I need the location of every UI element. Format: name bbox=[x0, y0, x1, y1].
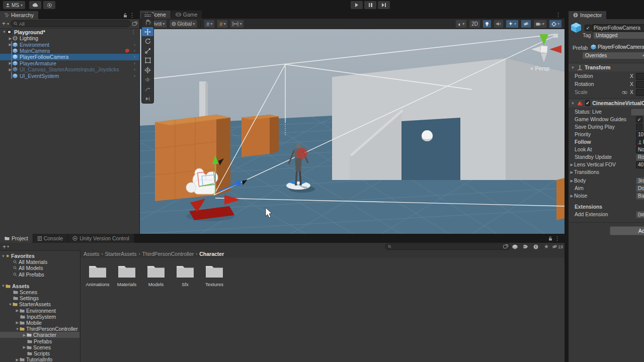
package-filter-icon[interactable] bbox=[512, 244, 518, 249]
lens-fov-field[interactable]: 40 bbox=[636, 161, 644, 168]
star-filter-icon[interactable]: ★ bbox=[544, 243, 549, 250]
tree-mobile[interactable]: ▶ Mobile bbox=[0, 320, 79, 326]
folder-animations[interactable]: Animations bbox=[84, 264, 112, 287]
lighting-toggle[interactable] bbox=[482, 20, 492, 28]
effects-dropdown[interactable]: ▾ bbox=[506, 20, 519, 28]
add-asset-caret[interactable]: ▾ bbox=[7, 244, 9, 249]
folder-textures[interactable]: Textures bbox=[200, 264, 228, 287]
lock-icon[interactable] bbox=[123, 13, 127, 19]
tree-environment[interactable]: ▶ Environment bbox=[0, 308, 79, 314]
tree-all-prefabs[interactable]: All Prefabs bbox=[0, 272, 79, 278]
breadcrumb-assets[interactable]: Assets bbox=[84, 251, 100, 257]
account-button[interactable]: MS ▾ bbox=[3, 1, 25, 9]
persp-label[interactable]: < Persp bbox=[530, 65, 549, 71]
hierarchy-search-input[interactable]: All bbox=[11, 20, 131, 27]
look-at-field[interactable]: No bbox=[636, 146, 644, 153]
folder-models[interactable]: Models bbox=[142, 264, 170, 287]
project-menu-icon[interactable]: ⋮ bbox=[554, 236, 560, 241]
scene-menu-icon[interactable]: ⋮ bbox=[555, 12, 561, 17]
gameobject-name-field[interactable]: PlayerFollowCamera bbox=[592, 24, 644, 32]
breadcrumb-character[interactable]: Character bbox=[199, 251, 224, 257]
chevron-right-icon[interactable]: › bbox=[134, 48, 135, 53]
add-asset-button[interactable]: + bbox=[3, 243, 6, 250]
tree-all-models[interactable]: All Models bbox=[0, 265, 79, 271]
2d-toggle[interactable]: 2D bbox=[469, 20, 480, 28]
chevron-right-icon[interactable]: › bbox=[134, 61, 135, 66]
available-custom-tool[interactable] bbox=[142, 75, 153, 84]
scale-x-field[interactable] bbox=[636, 89, 644, 96]
breadcrumb-starterassets[interactable]: StarterAssets bbox=[105, 251, 137, 257]
component-tool-2[interactable] bbox=[142, 94, 153, 103]
follow-field[interactable]: P bbox=[636, 139, 644, 146]
cinemachine-header[interactable]: ▼ ✓ CinemachineVirtualCame bbox=[569, 99, 644, 107]
body-dropdown[interactable]: 3rd bbox=[636, 177, 644, 185]
tab-game[interactable]: Game bbox=[171, 11, 203, 19]
aim-dropdown[interactable]: Do bbox=[636, 185, 644, 192]
play-button[interactable] bbox=[351, 1, 363, 9]
link-icon[interactable] bbox=[622, 90, 627, 95]
foldout-closed-icon[interactable]: ▶ bbox=[570, 162, 574, 167]
component-enabled-checkbox[interactable]: ✓ bbox=[585, 100, 590, 106]
hierarchy-menu-icon[interactable]: ⋮ bbox=[129, 13, 135, 18]
chevron-right-icon[interactable]: › bbox=[134, 67, 135, 72]
component-tool-1[interactable] bbox=[142, 84, 153, 94]
standby-dropdown[interactable]: Ro bbox=[636, 154, 644, 161]
hidden-objects-toggle[interactable] bbox=[521, 20, 531, 28]
foldout-closed-icon[interactable]: ▶ bbox=[570, 178, 574, 183]
priority-field[interactable]: 10 bbox=[636, 131, 644, 138]
add-component-button[interactable]: Add bbox=[610, 226, 644, 235]
global-dropdown[interactable]: Global▾ bbox=[169, 20, 197, 28]
hierarchy-item-playerarmature[interactable]: ▶ PlayerArmature › bbox=[0, 60, 139, 66]
tree-all-materials[interactable]: All Materials bbox=[0, 259, 79, 265]
prefab-field[interactable]: PlayerFollowCamera bbox=[591, 44, 644, 50]
tab-project[interactable]: Project bbox=[0, 234, 33, 243]
tab-hierarchy[interactable]: Hierarchy bbox=[0, 11, 39, 19]
foldout-open-icon[interactable]: ▼ bbox=[571, 65, 575, 70]
tree-scripts[interactable]: Scripts bbox=[0, 350, 79, 356]
tab-version-control[interactable]: Unity Version Control bbox=[68, 234, 134, 243]
draw-mode-dropdown[interactable]: ◐▾ bbox=[455, 20, 467, 28]
label-filter-icon[interactable] bbox=[523, 244, 528, 249]
snap-increment-toggle[interactable]: #▾ bbox=[217, 20, 228, 28]
foldout-open-icon[interactable]: ▼ bbox=[571, 101, 575, 106]
audio-toggle[interactable] bbox=[494, 20, 504, 28]
hierarchy-item-ui-eventsystem[interactable]: UI_EventSystem › bbox=[0, 72, 139, 78]
rect-tool[interactable] bbox=[142, 56, 153, 65]
search-window-icon[interactable] bbox=[132, 22, 137, 26]
chevron-right-icon[interactable]: › bbox=[134, 54, 135, 59]
search-window-icon[interactable] bbox=[503, 244, 508, 249]
foldout-open-icon[interactable]: ▼ bbox=[2, 30, 7, 34]
noise-dropdown[interactable]: Bas bbox=[636, 193, 644, 200]
move-tool[interactable] bbox=[142, 27, 153, 37]
position-x-field[interactable] bbox=[636, 73, 644, 80]
solo-button[interactable] bbox=[631, 109, 644, 116]
tree-assets[interactable]: ▼ Assets bbox=[0, 283, 79, 289]
tree-character[interactable]: ▶ Character bbox=[0, 332, 79, 338]
snap-move-toggle[interactable]: ▾ bbox=[230, 20, 244, 28]
foldout-closed-icon[interactable]: ▶ bbox=[8, 36, 13, 41]
hierarchy-scene-row[interactable]: ▼ Playground* ⋮ bbox=[0, 29, 139, 35]
hierarchy-item-maincamera[interactable]: MainCamera › bbox=[0, 48, 139, 54]
settings-button[interactable] bbox=[43, 1, 55, 9]
overrides-dropdown[interactable]: Overrides▾ bbox=[583, 52, 644, 59]
rotation-x-field[interactable] bbox=[636, 81, 644, 88]
scene-viewport[interactable]: < Persp bbox=[140, 29, 565, 234]
tree-scenes-sub[interactable]: ▶ Scenes bbox=[0, 344, 79, 350]
scene-menu-icon[interactable]: ⋮ bbox=[131, 29, 136, 35]
gizmos-dropdown[interactable]: ▾ bbox=[549, 20, 562, 28]
cloud-button[interactable] bbox=[29, 1, 41, 9]
chevron-right-icon[interactable]: › bbox=[134, 42, 135, 47]
tree-prefabs[interactable]: Prefabs bbox=[0, 338, 79, 344]
tree-settings[interactable]: Settings bbox=[0, 295, 79, 301]
tab-inspector[interactable]: Inspector bbox=[569, 11, 607, 19]
add-object-caret[interactable]: ▾ bbox=[7, 22, 9, 26]
step-button[interactable] bbox=[378, 1, 390, 9]
foldout-closed-icon[interactable]: ▶ bbox=[570, 170, 574, 174]
hierarchy-item-ui-canvas[interactable]: ▶ UI_Canvas_StarterAssetsInputs_Joystick… bbox=[0, 66, 139, 72]
grid-visibility-toggle[interactable]: #▾ bbox=[204, 20, 215, 28]
tree-scenes[interactable]: Scenes bbox=[0, 289, 79, 295]
sphere-object[interactable] bbox=[422, 130, 433, 141]
pause-button[interactable] bbox=[364, 1, 376, 9]
save-checkbox[interactable] bbox=[636, 124, 642, 130]
hidden-count-badge[interactable]: 19 bbox=[552, 244, 563, 249]
